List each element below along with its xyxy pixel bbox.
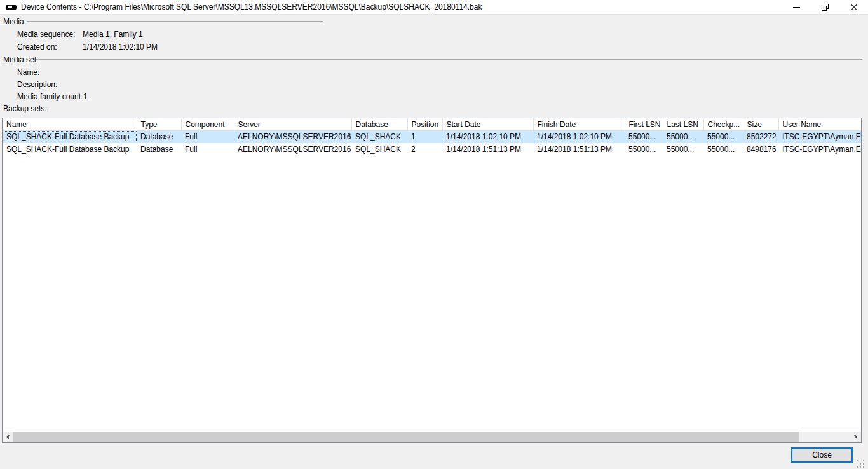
- window-title: Device Contents - C:\Program Files\Micro…: [21, 3, 482, 11]
- backup-sets-label: Backup sets:: [3, 104, 47, 113]
- cell-checkpoint-lsn[interactable]: 55000...: [703, 143, 743, 156]
- minimize-button[interactable]: [782, 0, 811, 15]
- media-set-name-label: Name:: [17, 68, 39, 77]
- table-header-row: Name Type Component Server Database Posi…: [3, 118, 862, 130]
- media-set-description-label: Description:: [17, 80, 57, 89]
- chevron-right-icon: [853, 435, 857, 439]
- cell-start-date[interactable]: 1/14/2018 1:51:13 PM: [442, 143, 533, 156]
- cell-last-lsn[interactable]: 55000...: [663, 143, 703, 156]
- column-header-size[interactable]: Size: [743, 118, 778, 130]
- cell-type[interactable]: Database: [137, 130, 181, 143]
- window-controls: [782, 0, 868, 15]
- cell-server[interactable]: AELNORY\MSSQLSERVER2016: [234, 143, 351, 156]
- cell-size[interactable]: 8498176: [743, 143, 778, 156]
- titlebar: Device Contents - C:\Program Files\Micro…: [0, 0, 868, 15]
- cell-position[interactable]: 2: [407, 143, 442, 156]
- cell-user-name[interactable]: ITSC-EGYPT\Ayman.ElNory: [778, 130, 862, 143]
- chevron-left-icon: [6, 435, 11, 439]
- close-icon: [850, 4, 858, 11]
- backup-sets-listview: Name Type Component Server Database Posi…: [2, 118, 862, 443]
- created-on-value: 1/14/2018 1:02:10 PM: [83, 43, 158, 51]
- cell-checkpoint-lsn[interactable]: 55000...: [703, 130, 743, 143]
- minimize-icon: [793, 7, 800, 8]
- cell-last-lsn[interactable]: 55000...: [663, 130, 703, 143]
- media-set-group-label: Media set: [3, 55, 36, 64]
- cell-finish-date[interactable]: 1/14/2018 1:02:10 PM: [533, 130, 625, 143]
- cell-server[interactable]: AELNORY\MSSQLSERVER2016: [234, 130, 351, 143]
- cell-type[interactable]: Database: [137, 143, 181, 156]
- media-group-divider: [27, 21, 323, 22]
- cell-position[interactable]: 1: [407, 130, 442, 143]
- cell-component[interactable]: Full: [181, 130, 234, 143]
- table-row[interactable]: SQL_SHACK-Full Database Backup Database …: [3, 143, 862, 156]
- cell-name[interactable]: SQL_SHACK-Full Database Backup: [3, 143, 137, 156]
- media-set-group-divider: [36, 59, 862, 60]
- media-sequence-value: Media 1, Family 1: [83, 30, 143, 39]
- column-header-server[interactable]: Server: [234, 118, 351, 130]
- column-header-first-lsn[interactable]: First LSN: [625, 118, 663, 130]
- resize-grip-icon[interactable]: [857, 460, 865, 468]
- restore-button[interactable]: [811, 0, 839, 15]
- scroll-left-button[interactable]: [3, 432, 13, 442]
- cell-component[interactable]: Full: [181, 143, 234, 156]
- created-on-label: Created on:: [17, 43, 57, 51]
- cell-first-lsn[interactable]: 55000...: [625, 130, 663, 143]
- table-row-selected[interactable]: SQL_SHACK-Full Database Backup Database …: [3, 130, 862, 143]
- cell-database[interactable]: SQL_SHACK: [351, 130, 407, 143]
- cell-size[interactable]: 8502272: [743, 130, 778, 143]
- column-header-last-lsn[interactable]: Last LSN: [663, 118, 703, 130]
- column-header-name[interactable]: Name: [3, 118, 137, 130]
- close-window-button[interactable]: [839, 0, 868, 15]
- column-header-user-name[interactable]: User Name: [778, 118, 862, 130]
- media-group-label: Media: [3, 17, 24, 26]
- cell-start-date[interactable]: 1/14/2018 1:02:10 PM: [442, 130, 533, 143]
- cell-user-name[interactable]: ITSC-EGYPT\Ayman.ElNory: [778, 143, 862, 156]
- tape-device-icon: [6, 4, 17, 11]
- scrollbar-thumb[interactable]: [13, 432, 799, 442]
- column-header-type[interactable]: Type: [137, 118, 181, 130]
- column-header-start-date[interactable]: Start Date: [442, 118, 533, 130]
- backup-sets-table: Name Type Component Server Database Posi…: [3, 118, 862, 156]
- scroll-right-button[interactable]: [850, 432, 861, 442]
- column-header-finish-date[interactable]: Finish Date: [533, 118, 625, 130]
- cell-first-lsn[interactable]: 55000...: [625, 143, 663, 156]
- close-button-label: Close: [812, 451, 832, 459]
- cell-name[interactable]: SQL_SHACK-Full Database Backup: [3, 130, 137, 143]
- media-sequence-label: Media sequence:: [17, 30, 75, 39]
- close-button[interactable]: Close: [791, 447, 853, 463]
- media-family-count-label: Media family count:: [17, 92, 83, 101]
- cell-finish-date[interactable]: 1/14/2018 1:51:13 PM: [533, 143, 625, 156]
- column-header-component[interactable]: Component: [181, 118, 234, 130]
- focused-cell: SQL_SHACK-Full Database Backup: [3, 131, 137, 142]
- restore-icon: [822, 4, 829, 11]
- media-family-count-value: 1: [83, 92, 88, 101]
- column-header-position[interactable]: Position: [407, 118, 442, 130]
- cell-database[interactable]: SQL_SHACK: [351, 143, 407, 156]
- column-header-database[interactable]: Database: [351, 118, 407, 130]
- column-header-checkpoint-lsn[interactable]: Checkp...: [703, 118, 743, 130]
- horizontal-scrollbar[interactable]: [3, 432, 861, 442]
